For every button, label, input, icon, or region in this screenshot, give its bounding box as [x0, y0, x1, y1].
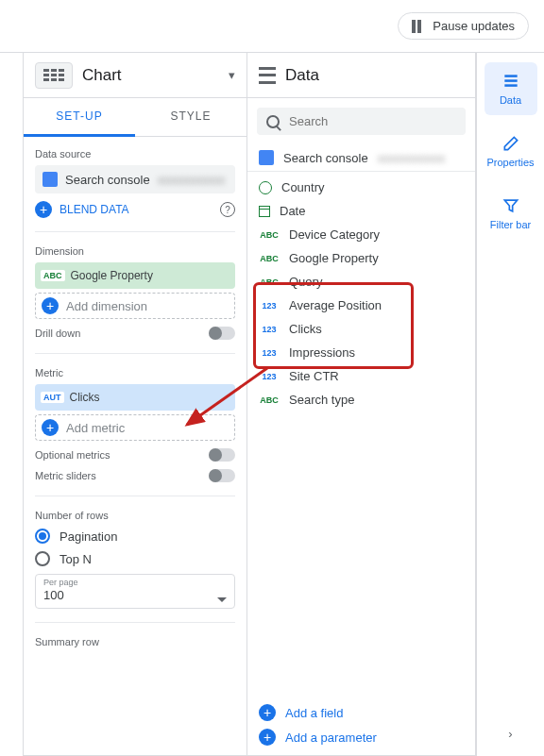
pause-icon — [412, 20, 425, 33]
tab-style[interactable]: STYLE — [135, 98, 246, 137]
plus-icon: + — [42, 419, 59, 436]
redacted-text: xxxxxxxxxxx — [378, 151, 446, 165]
radio-selected[interactable] — [35, 529, 50, 544]
rail-data-label: Data — [500, 94, 521, 106]
field-search-type[interactable]: ABCSearch type — [247, 388, 475, 412]
perpage-label: Per page — [43, 578, 78, 587]
metric-sliders-toggle[interactable] — [209, 469, 235, 482]
optional-metrics-toggle[interactable] — [209, 448, 235, 462]
expand-rail-button[interactable]: › — [493, 712, 527, 756]
chart-type-icon[interactable] — [35, 62, 73, 89]
pencil-icon — [502, 134, 520, 153]
svg-rect-1 — [504, 79, 517, 82]
search-box[interactable] — [257, 108, 466, 135]
add-field-button[interactable]: + Add a field — [259, 704, 464, 721]
redacted-text: xxxxxxxxxxx — [158, 173, 226, 187]
radio-unselected[interactable] — [35, 551, 50, 566]
number-icon: 123 — [259, 372, 280, 381]
pause-updates-button[interactable]: Pause updates — [398, 12, 529, 40]
divider — [35, 496, 235, 496]
field-clicks[interactable]: 123Clicks — [247, 317, 475, 341]
pagination-label: Pagination — [60, 529, 117, 544]
perpage-dropdown[interactable]: Per page 100 — [35, 574, 235, 609]
data-rail-icon — [502, 72, 520, 91]
metric-value: Clicks — [70, 391, 100, 404]
plus-icon: + — [42, 297, 59, 314]
svg-rect-2 — [504, 84, 517, 87]
add-dimension-label: Add dimension — [66, 299, 147, 313]
rail-properties-button[interactable]: Properties — [484, 125, 537, 177]
field-device-category[interactable]: ABCDevice Category — [247, 223, 475, 246]
chart-header[interactable]: Chart ▾ — [24, 53, 246, 98]
data-panel: Data Search console xxxxxxxxxxx CountryD… — [247, 53, 476, 756]
chart-panel: Chart ▾ SET-UP STYLE Data source Search … — [23, 53, 247, 756]
data-source-chip[interactable]: Search console xxxxxxxxxxx — [35, 165, 235, 193]
tab-setup[interactable]: SET-UP — [24, 98, 135, 137]
number-icon: 123 — [259, 325, 280, 334]
drilldown-label: Drill down — [35, 328, 80, 339]
rail-properties-label: Properties — [486, 157, 534, 168]
calendar-icon — [259, 206, 270, 217]
chart-title: Chart — [82, 66, 219, 85]
field-label: Google Property — [289, 251, 379, 265]
search-icon — [266, 115, 280, 128]
dimension-chip[interactable]: ABC Google Property — [35, 262, 235, 289]
add-dimension[interactable]: + Add dimension — [35, 293, 235, 319]
globe-icon — [259, 181, 272, 194]
field-google-property[interactable]: ABCGoogle Property — [247, 246, 475, 270]
rail-filterbar-label: Filter bar — [490, 219, 531, 230]
data-actions: + Add a field + Add a parameter — [247, 695, 475, 755]
number-icon: 123 — [259, 348, 280, 358]
data-source-value: Search console — [65, 173, 150, 187]
field-date[interactable]: Date — [247, 199, 475, 223]
perpage-value: 100 — [43, 588, 64, 602]
topbar: Pause updates — [0, 0, 544, 53]
optional-metrics-label: Optional metrics — [35, 449, 110, 461]
data-title: Data — [285, 66, 319, 85]
svg-rect-0 — [504, 75, 517, 77]
chart-setup-scroll[interactable]: Data source Search console xxxxxxxxxxx +… — [24, 137, 246, 755]
data-source-icon — [259, 150, 274, 165]
field-country[interactable]: Country — [247, 176, 475, 199]
data-source-label: Data source — [35, 148, 235, 160]
rail-filterbar-button[interactable]: Filter bar — [484, 187, 537, 240]
blend-label: BLEND DATA — [60, 203, 212, 216]
data-source-icon — [42, 172, 58, 187]
field-label: Country — [281, 180, 325, 194]
field-query[interactable]: ABCQuery — [247, 270, 475, 294]
field-list: CountryDateABCDevice CategoryABCGoogle P… — [247, 172, 475, 415]
dimension-value: Google Property — [71, 269, 153, 282]
text-icon: ABC — [259, 254, 280, 263]
field-average-position[interactable]: 123Average Position — [247, 294, 475, 317]
search-input[interactable] — [287, 113, 456, 129]
field-label: Site CTR — [289, 369, 339, 383]
chevron-down-icon: ▾ — [229, 68, 235, 82]
text-icon: ABC — [259, 277, 280, 287]
metric-chip[interactable]: AUT Clicks — [35, 384, 235, 411]
add-parameter-button[interactable]: + Add a parameter — [259, 729, 464, 746]
help-icon[interactable]: ? — [220, 202, 235, 217]
data-header: Data — [247, 53, 475, 98]
pause-label: Pause updates — [433, 19, 515, 33]
text-icon: ABC — [259, 230, 280, 240]
abc-badge: ABC — [41, 270, 65, 281]
field-site-ctr[interactable]: 123Site CTR — [247, 364, 475, 388]
pagination-radio-row[interactable]: Pagination — [35, 529, 235, 544]
divider — [35, 622, 235, 623]
rows-label: Number of rows — [35, 510, 235, 521]
drilldown-toggle[interactable] — [209, 327, 235, 340]
add-metric-label: Add metric — [66, 421, 125, 435]
rail-data-button[interactable]: Data — [484, 62, 537, 115]
text-icon: ABC — [259, 395, 280, 405]
blend-data-row[interactable]: + BLEND DATA ? — [35, 201, 235, 218]
number-icon: 123 — [259, 301, 280, 311]
topn-radio-row[interactable]: Top N — [35, 551, 235, 566]
field-impressions[interactable]: 123Impressions — [247, 341, 475, 364]
data-icon — [259, 67, 276, 84]
right-rail: Data Properties Filter bar › — [476, 53, 544, 756]
add-parameter-label: Add a parameter — [285, 731, 377, 745]
data-source-row[interactable]: Search console xxxxxxxxxxx — [247, 144, 475, 172]
add-metric[interactable]: + Add metric — [35, 414, 235, 441]
plus-icon: + — [259, 729, 276, 746]
add-field-label: Add a field — [285, 706, 343, 720]
